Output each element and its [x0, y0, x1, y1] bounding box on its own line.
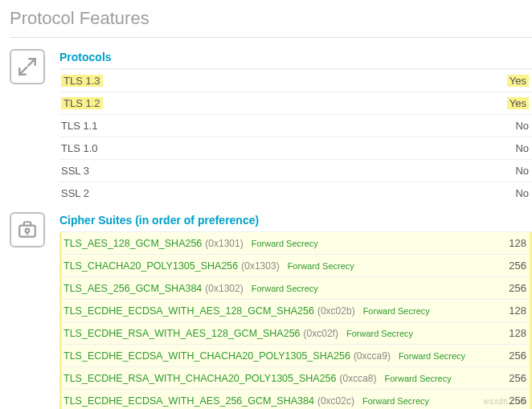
- protocols-icon-col: [10, 47, 59, 84]
- protocol-row: SSL 3 No: [59, 160, 532, 182]
- protocol-name: SSL 3: [61, 165, 89, 177]
- cipher-name: TLS_ECDHE_RSA_WITH_CHACHA20_POLY1305_SHA…: [63, 373, 337, 384]
- cipher-row: TLS_AES_256_GCM_SHA384 (0x1302) Forward …: [62, 277, 530, 300]
- cipher-row: TLS_AES_128_GCM_SHA256 (0x1301) Forward …: [62, 232, 530, 255]
- forward-secrecy-label: Forward Secrecy: [252, 239, 318, 248]
- cipher-hex: (0xc02f): [304, 328, 338, 339]
- cipher-highlight-block: TLS_AES_128_GCM_SHA256 (0x1301) Forward …: [59, 232, 532, 409]
- cipher-hex: (0xcca9): [354, 350, 391, 362]
- forward-secrecy-label: Forward Secrecy: [385, 374, 452, 383]
- cipher-suites-section: Cipher Suites (in order of preference) T…: [10, 211, 532, 409]
- cipher-row: TLS_ECDHE_RSA_WITH_CHACHA20_POLY1305_SHA…: [62, 367, 530, 390]
- cipher-hex: (0x1303): [241, 260, 279, 272]
- cipher-bits: 128: [501, 327, 526, 339]
- cipher-bits: 256: [501, 395, 526, 407]
- protocol-row: SSL 2 No: [59, 182, 532, 204]
- cipher-hex: (0xcca8): [340, 373, 377, 384]
- cipher-heading: Cipher Suites (in order of preference): [59, 211, 532, 233]
- cipher-name: TLS_CHACHA20_POLY1305_SHA256: [63, 260, 238, 272]
- forward-secrecy-label: Forward Secrecy: [346, 329, 413, 338]
- protocol-name: TLS 1.2: [61, 97, 103, 109]
- svg-line-1: [19, 67, 27, 75]
- protocol-value: No: [507, 165, 529, 177]
- protocol-row: TLS 1.0 No: [59, 137, 532, 160]
- protocols-heading: Protocols: [59, 47, 532, 70]
- cipher-icon-col: [10, 211, 59, 247]
- forward-secrecy-label: Forward Secrecy: [288, 261, 354, 271]
- protocol-value: No: [507, 120, 529, 132]
- protocol-name: TLS 1.0: [61, 142, 98, 154]
- cipher-name: TLS_ECDHE_ECDSA_WITH_AES_128_GCM_SHA256: [63, 305, 314, 317]
- briefcase-lock-icon: [10, 212, 45, 247]
- forward-secrecy-label: Forward Secrecy: [363, 306, 430, 316]
- svg-line-0: [28, 59, 35, 66]
- cipher-bits: 256: [501, 372, 526, 384]
- cipher-row: TLS_ECDHE_ECDSA_WITH_CHACHA20_POLY1305_S…: [62, 345, 530, 367]
- protocol-value: Yes: [507, 75, 529, 87]
- cipher-row: TLS_ECDHE_ECDSA_WITH_AES_128_GCM_SHA256 …: [62, 300, 530, 322]
- cipher-hex: (0x1301): [205, 238, 243, 249]
- protocol-name: SSL 2: [61, 187, 89, 199]
- cipher-row: TLS_ECDHE_ECDSA_WITH_AES_256_GCM_SHA384 …: [62, 390, 530, 409]
- protocol-name: TLS 1.3: [61, 75, 103, 87]
- expand-arrows-icon: [10, 49, 45, 84]
- cipher-content: Cipher Suites (in order of preference) T…: [59, 211, 532, 409]
- protocols-content: Protocols TLS 1.3 Yes TLS 1.2 Yes TLS 1.…: [59, 47, 532, 204]
- cipher-name: TLS_AES_128_GCM_SHA256: [63, 238, 202, 249]
- protocol-name: TLS 1.1: [61, 120, 98, 132]
- cipher-name: TLS_ECDHE_RSA_WITH_AES_128_GCM_SHA256: [63, 328, 301, 339]
- cipher-bits: 128: [501, 305, 526, 317]
- forward-secrecy-label: Forward Secrecy: [362, 396, 429, 406]
- svg-rect-2: [19, 226, 35, 237]
- divider: [10, 37, 532, 38]
- cipher-hex: (0xc02c): [317, 395, 354, 407]
- cipher-bits: 256: [501, 282, 526, 294]
- cipher-name: TLS_AES_256_GCM_SHA384: [63, 283, 202, 294]
- cipher-bits: 256: [501, 350, 526, 362]
- protocols-section: Protocols TLS 1.3 Yes TLS 1.2 Yes TLS 1.…: [10, 47, 532, 204]
- cipher-bits: 128: [501, 237, 526, 249]
- cipher-name: TLS_ECDHE_ECDSA_WITH_CHACHA20_POLY1305_S…: [63, 350, 350, 362]
- cipher-row: TLS_CHACHA20_POLY1305_SHA256 (0x1303) Fo…: [62, 255, 530, 277]
- cipher-row: TLS_ECDHE_RSA_WITH_AES_128_GCM_SHA256 (0…: [62, 322, 530, 345]
- protocol-row: TLS 1.3 Yes: [59, 70, 532, 92]
- protocol-value: No: [507, 142, 529, 154]
- cipher-name: TLS_ECDHE_ECDSA_WITH_AES_256_GCM_SHA384: [63, 395, 314, 407]
- cipher-hex: (0x1302): [205, 283, 243, 294]
- protocol-row: TLS 1.2 Yes: [59, 92, 532, 115]
- forward-secrecy-label: Forward Secrecy: [252, 284, 318, 293]
- cipher-hex: (0xc02b): [317, 305, 355, 317]
- cipher-bits: 256: [501, 260, 526, 272]
- forward-secrecy-label: Forward Secrecy: [399, 351, 465, 361]
- page-root: Protocol Features Protocols TLS 1.3 Yes …: [0, 0, 532, 409]
- protocol-row: TLS 1.1 No: [59, 115, 532, 137]
- protocol-value: No: [507, 187, 529, 199]
- page-title: Protocol Features: [10, 8, 532, 29]
- protocol-value: Yes: [507, 97, 529, 109]
